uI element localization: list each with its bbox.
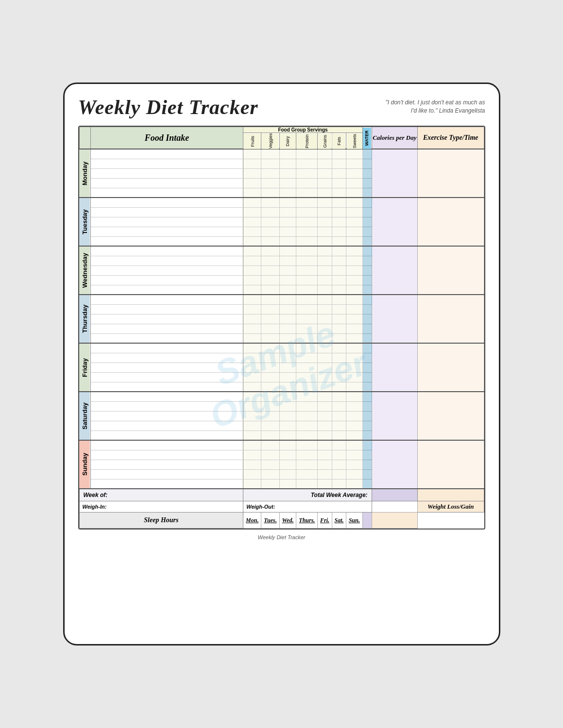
food-group-check[interactable] [243,479,261,489]
food-group-check[interactable] [332,246,346,256]
food-line[interactable] [90,295,243,304]
food-group-check[interactable] [332,304,346,314]
food-line[interactable] [90,256,243,265]
food-group-check[interactable] [296,178,318,188]
food-group-check[interactable] [296,256,318,265]
food-group-check[interactable] [346,421,363,430]
food-group-check[interactable] [346,469,363,479]
water-check[interactable] [362,168,372,178]
food-group-check[interactable] [332,256,346,265]
food-group-check[interactable] [346,440,363,450]
food-group-check[interactable] [296,275,318,285]
food-group-check[interactable] [261,168,279,178]
food-line[interactable] [90,265,243,275]
food-group-check[interactable] [346,285,363,295]
food-group-check[interactable] [318,295,332,304]
food-group-check[interactable] [346,363,363,372]
food-group-check[interactable] [279,188,296,198]
water-check[interactable] [362,440,372,450]
food-group-check[interactable] [332,363,346,372]
food-group-check[interactable] [296,372,318,382]
food-group-check[interactable] [346,333,363,343]
food-group-check[interactable] [279,372,296,382]
food-group-check[interactable] [243,401,261,411]
food-group-check[interactable] [332,295,346,304]
food-group-check[interactable] [332,159,346,168]
food-group-check[interactable] [243,227,261,236]
water-check[interactable] [362,401,372,411]
water-check[interactable] [362,343,372,353]
food-group-check[interactable] [332,450,346,460]
exercise-cell[interactable] [418,149,484,198]
food-group-check[interactable] [261,236,279,246]
exercise-cell[interactable] [418,198,484,246]
food-group-check[interactable] [261,227,279,236]
food-group-check[interactable] [279,168,296,178]
food-line[interactable] [90,450,243,460]
food-group-check[interactable] [296,198,318,207]
food-group-check[interactable] [261,275,279,285]
calories-cell[interactable] [372,440,417,489]
food-group-check[interactable] [332,236,346,246]
food-group-check[interactable] [261,159,279,168]
food-group-check[interactable] [279,333,296,343]
food-group-check[interactable] [346,159,363,168]
exercise-cell[interactable] [418,392,484,440]
food-group-check[interactable] [243,149,261,159]
food-group-check[interactable] [346,450,363,460]
food-group-check[interactable] [296,353,318,363]
food-group-check[interactable] [243,314,261,324]
calories-cell[interactable] [372,343,417,392]
food-line[interactable] [90,149,243,159]
food-group-check[interactable] [261,343,279,353]
food-group-check[interactable] [243,469,261,479]
food-group-check[interactable] [279,207,296,217]
food-group-check[interactable] [243,333,261,343]
exercise-cell[interactable] [418,440,484,489]
food-group-check[interactable] [279,178,296,188]
food-group-check[interactable] [332,265,346,275]
food-group-check[interactable] [279,304,296,314]
water-check[interactable] [362,227,372,236]
water-check[interactable] [362,460,372,469]
food-group-check[interactable] [296,149,318,159]
food-group-check[interactable] [279,227,296,236]
food-group-check[interactable] [318,217,332,227]
food-group-check[interactable] [296,217,318,227]
food-group-check[interactable] [318,421,332,430]
food-group-check[interactable] [243,198,261,207]
water-check[interactable] [362,392,372,401]
calories-cell[interactable] [372,246,417,295]
exercise-cell[interactable] [418,246,484,295]
calories-cell[interactable] [372,198,417,246]
food-group-check[interactable] [261,324,279,333]
food-group-check[interactable] [261,421,279,430]
food-group-check[interactable] [243,460,261,469]
food-line[interactable] [90,304,243,314]
food-group-check[interactable] [243,188,261,198]
food-group-check[interactable] [243,363,261,372]
food-group-check[interactable] [318,256,332,265]
food-line[interactable] [90,392,243,401]
food-group-check[interactable] [318,479,332,489]
food-group-check[interactable] [296,411,318,421]
water-check[interactable] [362,450,372,460]
food-group-check[interactable] [318,168,332,178]
food-group-check[interactable] [261,314,279,324]
food-group-check[interactable] [346,217,363,227]
food-group-check[interactable] [346,314,363,324]
food-line[interactable] [90,227,243,236]
food-group-check[interactable] [261,246,279,256]
food-line[interactable] [90,421,243,430]
food-group-check[interactable] [332,168,346,178]
exercise-cell[interactable] [418,343,484,392]
food-group-check[interactable] [261,382,279,392]
food-line[interactable] [90,460,243,469]
food-group-check[interactable] [346,275,363,285]
food-group-check[interactable] [346,246,363,256]
food-line[interactable] [90,159,243,168]
food-group-check[interactable] [261,353,279,363]
food-group-check[interactable] [261,372,279,382]
food-group-check[interactable] [296,401,318,411]
water-check[interactable] [362,246,372,256]
